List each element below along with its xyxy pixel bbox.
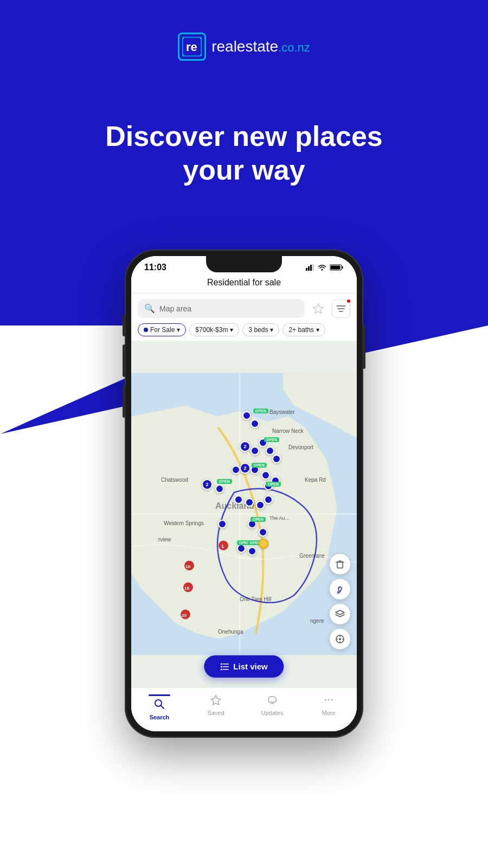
nav-item-more[interactable]: More <box>300 692 357 723</box>
svg-point-9 <box>322 269 323 271</box>
svg-text:Onehunga: Onehunga <box>218 629 243 635</box>
map-pin[interactable] <box>266 446 274 455</box>
list-icon <box>220 663 229 671</box>
search-magnify-icon: 🔍 <box>144 303 155 314</box>
svg-point-63 <box>331 699 333 701</box>
nav-item-updates[interactable]: Updates <box>244 692 300 723</box>
svg-text:Chatswood: Chatswood <box>161 477 188 483</box>
logo-text: realestate.co.nz <box>211 38 310 55</box>
beds-chevron: ▾ <box>270 326 273 334</box>
map-pin-clustered[interactable]: 2 <box>202 479 213 490</box>
phone-notch <box>206 256 282 272</box>
svg-text:Greenlane: Greenlane <box>299 553 325 559</box>
map-pin[interactable] <box>256 501 265 509</box>
phone-button-left-mute <box>123 315 126 336</box>
battery-icon <box>330 264 344 271</box>
location-icon <box>335 634 345 644</box>
filter-baths[interactable]: 2+ baths ▾ <box>282 323 325 336</box>
list-view-button[interactable]: List view <box>204 655 284 678</box>
svg-point-56 <box>155 700 162 706</box>
bottom-nav: Search Saved Updates <box>131 687 357 731</box>
app-title: Residential for sale <box>207 278 281 287</box>
svg-point-61 <box>325 699 326 701</box>
search-input-box[interactable]: 🔍 Map area <box>138 299 305 318</box>
beds-label: 3 beds <box>248 326 268 334</box>
saved-nav-label: Saved <box>207 710 224 716</box>
svg-text:Bayswater: Bayswater <box>269 409 295 415</box>
location-button[interactable] <box>330 629 350 649</box>
updates-nav-icon <box>267 694 278 708</box>
map-pin[interactable] <box>264 495 273 504</box>
map-pin[interactable] <box>215 484 224 493</box>
save-search-button[interactable] <box>309 299 328 318</box>
svg-rect-11 <box>342 266 343 269</box>
more-nav-icon <box>323 694 334 708</box>
map-pin[interactable] <box>234 495 243 504</box>
map-pin[interactable] <box>218 520 227 528</box>
filter-active-dot <box>346 298 351 304</box>
nav-active-indicator <box>149 694 170 696</box>
map-pin[interactable] <box>272 455 281 463</box>
map-pin[interactable] <box>242 411 251 420</box>
phone-outer: 11:03 <box>125 250 363 738</box>
for-sale-label: For Sale <box>150 326 175 334</box>
map-pin[interactable] <box>261 471 270 480</box>
logo-tld: .co.nz <box>278 41 310 54</box>
phone-button-left-vol-down <box>123 385 126 418</box>
map-background: Chatswood Narrow Neck Devonport Kepa Rd … <box>131 341 357 687</box>
list-view-label: List view <box>233 662 267 671</box>
filter-pills: For Sale ▾ $700k-$3m ▾ 3 beds ▾ 2+ baths… <box>131 321 357 341</box>
filter-button[interactable] <box>332 299 350 318</box>
logo-icon: re <box>178 33 206 61</box>
nav-item-search[interactable]: Search <box>131 692 188 723</box>
open-badge: OPEN <box>252 463 267 468</box>
price-label: $700k-$3m <box>195 326 228 334</box>
svg-text:16: 16 <box>185 564 190 569</box>
map-pin[interactable] <box>251 446 259 455</box>
svg-text:1: 1 <box>221 544 224 549</box>
svg-point-62 <box>328 699 330 701</box>
map-pin[interactable] <box>237 544 246 553</box>
open-badge: OPEN <box>217 479 232 484</box>
svg-text:Devonport: Devonport <box>288 444 313 450</box>
baths-chevron: ▾ <box>316 326 319 334</box>
status-time: 11:03 <box>144 263 166 272</box>
draw-button[interactable] <box>330 579 350 599</box>
svg-point-54 <box>221 666 222 667</box>
layers-icon <box>335 610 345 618</box>
price-chevron: ▾ <box>230 326 233 334</box>
layers-button[interactable] <box>330 604 350 624</box>
map-pin[interactable] <box>245 498 254 507</box>
search-nav-label: Search <box>150 714 170 720</box>
svg-rect-12 <box>331 266 341 270</box>
baths-label: 2+ baths <box>288 326 313 334</box>
map-pin[interactable]: 2 <box>240 463 251 474</box>
phone-mockup: 11:03 <box>125 250 363 738</box>
svg-point-55 <box>221 668 222 670</box>
map-side-buttons <box>330 554 350 649</box>
map-pin-clustered[interactable]: 2 <box>240 441 251 452</box>
svg-text:Western Springs: Western Springs <box>164 520 204 526</box>
svg-text:ngere: ngere <box>310 618 324 624</box>
map-pin[interactable] <box>259 528 267 537</box>
finger-draw-icon <box>335 584 345 595</box>
more-nav-label: More <box>322 710 335 716</box>
svg-line-57 <box>161 706 164 709</box>
nav-item-saved[interactable]: Saved <box>188 692 244 723</box>
map-area[interactable]: Chatswood Narrow Neck Devonport Kepa Rd … <box>131 341 357 687</box>
map-pin[interactable] <box>251 419 259 428</box>
phone-screen: 11:03 <box>131 256 357 731</box>
signal-icon <box>306 264 314 271</box>
filter-for-sale[interactable]: For Sale ▾ <box>138 323 186 336</box>
map-pin[interactable] <box>248 547 256 556</box>
logo-brand: realestate <box>211 38 278 55</box>
map-pin[interactable] <box>232 465 240 474</box>
filter-beds[interactable]: 3 beds ▾ <box>242 323 279 336</box>
for-sale-chevron: ▾ <box>177 326 180 334</box>
map-pin-selected[interactable] <box>259 539 268 548</box>
wifi-icon <box>318 264 326 271</box>
status-icons <box>306 264 344 271</box>
phone-button-right <box>362 326 365 369</box>
filter-price[interactable]: $700k-$3m ▾ <box>189 323 239 336</box>
delete-button[interactable] <box>330 554 350 575</box>
